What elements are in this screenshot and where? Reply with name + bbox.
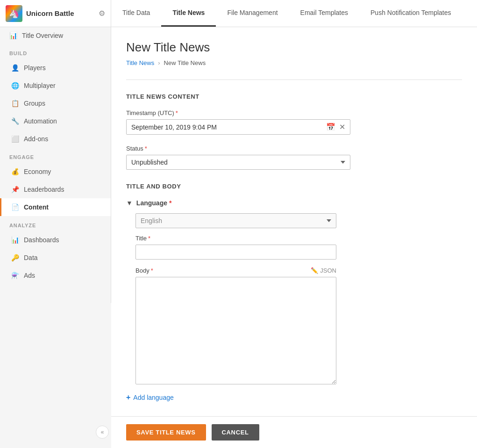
brand-name: Unicorn Battle (26, 9, 74, 17)
addons-icon: ⬜ (11, 135, 19, 143)
action-bar: SAVE TITLE NEWS CANCEL (111, 416, 477, 448)
sidebar: 📊 Title Overview BUILD 👤 Players 🌐 Multi… (0, 27, 111, 303)
economy-icon: 💰 (11, 167, 19, 176)
language-select[interactable]: English French German Spanish (135, 213, 336, 228)
main-layout: 📊 Title Overview BUILD 👤 Players 🌐 Multi… (0, 27, 477, 448)
sidebar-item-dashboards-label: Dashboards (24, 236, 59, 244)
sidebar-item-data-label: Data (24, 254, 38, 261)
top-nav: 🦄 Unicorn Battle ⚙ Title Data Title News… (0, 0, 477, 27)
calendar-icon[interactable]: 📅 (326, 123, 335, 131)
sidebar-item-content-label: Content (24, 203, 49, 211)
sidebar-item-groups-label: Groups (24, 100, 45, 107)
title-input-label: Title * (135, 235, 462, 242)
build-section-label: BUILD (0, 44, 111, 59)
sidebar-item-multiplayer[interactable]: 🌐 Multiplayer (0, 77, 111, 94)
players-icon: 👤 (11, 64, 19, 72)
status-group: Status * Unpublished Published (126, 145, 462, 170)
sidebar-item-players-label: Players (24, 64, 46, 72)
title-input[interactable] (135, 245, 336, 260)
sidebar-item-data[interactable]: 🔑 Data (0, 249, 111, 267)
sidebar-item-groups[interactable]: 📋 Groups (0, 94, 111, 112)
cancel-button[interactable]: CANCEL (212, 424, 259, 441)
content-section-title: TITLE NEWS CONTENT (126, 93, 462, 100)
title-body-section-title: TITLE AND BODY (126, 183, 462, 190)
breadcrumb-separator: › (158, 59, 160, 66)
sidebar-item-multiplayer-label: Multiplayer (24, 82, 56, 89)
language-required: * (169, 199, 171, 207)
data-icon: 🔑 (11, 253, 19, 262)
collapse-chevron-icon[interactable]: ▼ (126, 199, 133, 207)
timestamp-label: Timestamp (UTC) * (126, 109, 462, 116)
status-label: Status * (126, 145, 462, 152)
sidebar-item-ads[interactable]: ⚗️ Ads (0, 267, 111, 284)
body-input-label: Body * (135, 267, 153, 274)
sidebar-item-leaderboards[interactable]: 📌 Leaderboards (0, 181, 111, 198)
timestamp-input[interactable] (131, 123, 326, 131)
breadcrumb-current: New Title News (164, 59, 206, 66)
engage-section-label: ENGAGE (0, 148, 111, 163)
language-label: Language * (136, 199, 172, 207)
body-label-row: Body * ✏️ JSON (135, 267, 336, 274)
analyze-section-label: ANALYZE (0, 216, 111, 231)
body-input-group: Body * ✏️ JSON (135, 267, 462, 386)
multiplayer-icon: 🌐 (11, 81, 19, 90)
status-required: * (145, 145, 147, 152)
language-collapse-header: ▼ Language * (126, 199, 462, 207)
tab-email-templates[interactable]: Email Templates (289, 0, 359, 27)
sub-form: Title * Body * ✏️ (135, 235, 462, 386)
sidebar-item-addons-label: Add-ons (24, 135, 48, 143)
sidebar-item-economy[interactable]: 💰 Economy (0, 163, 111, 181)
sidebar-item-title-overview-label: Title Overview (22, 32, 63, 39)
brand-logo: 🦄 (6, 5, 22, 22)
timestamp-group: Timestamp (UTC) * 📅 ✕ (126, 109, 462, 135)
ads-icon: ⚗️ (11, 271, 19, 280)
tab-title-data[interactable]: Title Data (111, 0, 161, 27)
sidebar-item-addons[interactable]: ⬜ Add-ons (0, 130, 111, 148)
save-title-news-button[interactable]: SAVE TITLE NEWS (126, 424, 206, 441)
sidebar-item-economy-label: Economy (24, 168, 51, 175)
title-required: * (148, 235, 150, 242)
sidebar-item-content[interactable]: 📄 Content (0, 198, 111, 216)
add-language-button[interactable]: + Add language (126, 393, 174, 402)
plus-icon: + (126, 393, 130, 402)
section-divider (126, 79, 462, 80)
sidebar-item-players[interactable]: 👤 Players (0, 59, 111, 77)
pencil-icon: ✏️ (311, 267, 318, 274)
breadcrumb-parent-link[interactable]: Title News (126, 59, 154, 66)
datetime-input-wrapper: 📅 ✕ (126, 119, 350, 135)
page-title: New Title News (126, 40, 462, 55)
body-textarea[interactable] (135, 277, 336, 384)
tab-title-news[interactable]: Title News (161, 0, 216, 27)
groups-icon: 📋 (11, 99, 19, 108)
bar-chart-icon: 📊 (9, 32, 17, 39)
sidebar-collapse-button[interactable]: « (96, 426, 109, 439)
tab-push-notification[interactable]: Push Notification Templates (359, 0, 463, 27)
dashboards-icon: 📊 (11, 236, 19, 244)
json-link[interactable]: ✏️ JSON (311, 267, 336, 274)
clear-datetime-icon[interactable]: ✕ (339, 123, 345, 131)
breadcrumb: Title News › New Title News (126, 59, 462, 66)
nav-tabs: Title Data Title News File Management Em… (111, 0, 477, 27)
brand-area: 🦄 Unicorn Battle ⚙ (0, 0, 111, 27)
sidebar-wrapper: 📊 Title Overview BUILD 👤 Players 🌐 Multi… (0, 27, 111, 448)
leaderboards-icon: 📌 (11, 185, 19, 194)
automation-icon: 🔧 (11, 117, 19, 125)
title-body-section: TITLE AND BODY ▼ Language * English Fren… (126, 183, 462, 402)
status-select[interactable]: Unpublished Published (126, 155, 350, 170)
content-area: New Title News Title News › New Title Ne… (111, 27, 477, 416)
timestamp-required: * (176, 109, 178, 116)
tab-file-management[interactable]: File Management (216, 0, 289, 27)
content-icon: 📄 (11, 203, 19, 211)
sidebar-item-automation[interactable]: 🔧 Automation (0, 112, 111, 130)
sidebar-item-leaderboards-label: Leaderboards (24, 186, 64, 193)
body-required: * (151, 267, 153, 274)
sidebar-item-dashboards[interactable]: 📊 Dashboards (0, 231, 111, 249)
sidebar-item-automation-label: Automation (24, 117, 57, 125)
gear-icon[interactable]: ⚙ (99, 9, 105, 18)
sidebar-item-ads-label: Ads (24, 272, 35, 279)
sidebar-item-title-overview[interactable]: 📊 Title Overview (0, 27, 111, 44)
title-input-group: Title * (135, 235, 462, 260)
